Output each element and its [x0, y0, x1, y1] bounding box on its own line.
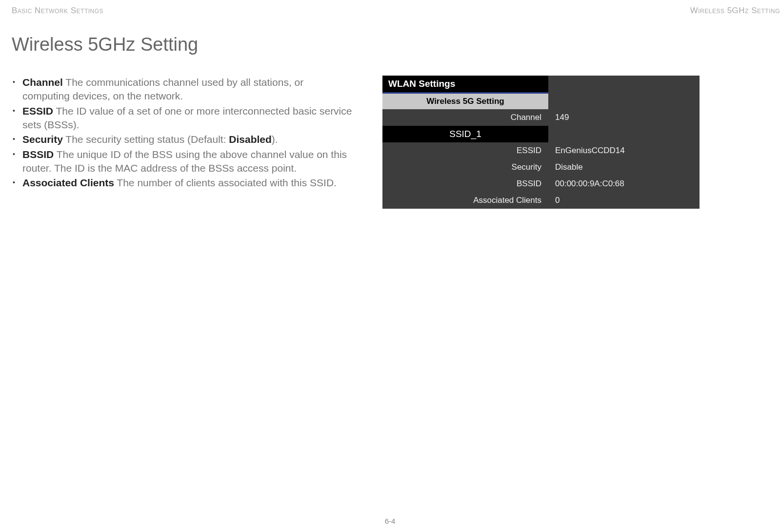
term-security: Security	[22, 134, 63, 145]
label-essid: ESSID	[382, 146, 548, 156]
label-security: Security	[382, 162, 548, 172]
ssid-header: SSID_1	[382, 126, 548, 142]
security-default-value: Disabled	[229, 134, 272, 145]
def-essid: ESSID The ID value of a set of one or mo…	[22, 104, 353, 132]
panel-section-header: Wireless 5G Setting	[382, 94, 548, 109]
term-channel: Channel	[22, 77, 63, 88]
value-essid: EnGeniusCCDD14	[548, 146, 625, 156]
def-bssid: BSSID The unique ID of the BSS using the…	[22, 148, 353, 176]
label-assoc-clients: Associated Clients	[382, 196, 548, 205]
term-assoc: Associated Clients	[22, 177, 114, 188]
definition-list: Channel The communications channel used …	[12, 76, 353, 209]
def-assoc: Associated Clients The number of clients…	[22, 176, 353, 190]
page-title: Wireless 5GHz Setting	[12, 34, 198, 55]
term-essid: ESSID	[22, 105, 53, 117]
panel-title: WLAN Settings	[382, 76, 548, 94]
value-assoc-clients: 0	[548, 196, 560, 205]
def-channel: Channel The communications channel used …	[22, 76, 353, 103]
desc-security-pre: The security setting status (Default:	[63, 134, 229, 145]
header-right: Wireless 5GHz Setting	[690, 6, 780, 16]
value-bssid: 00:00:00:9A:C0:68	[548, 179, 624, 189]
page-number: 6-4	[385, 517, 396, 525]
row-assoc-clients: Associated Clients 0	[382, 192, 700, 209]
wlan-settings-panel: WLAN Settings Wireless 5G Setting Channe…	[382, 76, 700, 209]
label-bssid: BSSID	[382, 179, 548, 189]
def-security: Security The security setting status (De…	[22, 133, 353, 146]
row-ssid-header: SSID_1	[382, 126, 700, 142]
desc-assoc: The number of clients associated with th…	[114, 177, 337, 188]
desc-bssid: The unique ID of the BSS using the above…	[22, 149, 347, 174]
row-security: Security Disable	[382, 159, 700, 176]
desc-channel: The communications channel used by all s…	[22, 77, 303, 101]
label-channel: Channel	[382, 113, 548, 122]
row-essid: ESSID EnGeniusCCDD14	[382, 142, 700, 159]
desc-essid: The ID value of a set of one or more int…	[22, 105, 352, 130]
row-channel: Channel 149	[382, 109, 700, 126]
desc-security-post: ).	[272, 134, 278, 145]
value-channel: 149	[548, 113, 569, 122]
header-left: Basic Network Settings	[12, 6, 103, 16]
value-security: Disable	[548, 162, 583, 172]
row-bssid: BSSID 00:00:00:9A:C0:68	[382, 176, 700, 192]
content-wrap: Channel The communications channel used …	[12, 76, 780, 209]
term-bssid: BSSID	[22, 149, 54, 160]
